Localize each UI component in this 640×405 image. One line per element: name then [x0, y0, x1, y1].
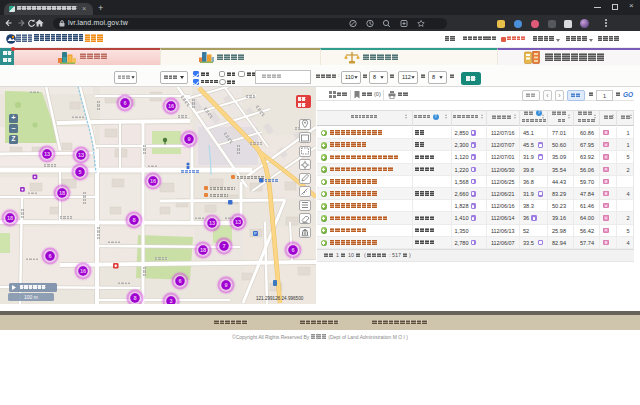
svg-text:6: 6	[178, 278, 181, 284]
svg-text:9: 9	[187, 136, 190, 142]
svg-text:18: 18	[59, 190, 65, 196]
svg-text:8: 8	[133, 295, 136, 301]
svg-text:16: 16	[168, 103, 174, 109]
svg-text:16: 16	[150, 178, 156, 184]
svg-text:8: 8	[132, 217, 135, 223]
svg-text:16: 16	[80, 268, 86, 274]
svg-text:6: 6	[48, 253, 51, 259]
svg-text:7: 7	[222, 243, 225, 249]
svg-text:13: 13	[44, 151, 50, 157]
svg-text:6: 6	[291, 247, 294, 253]
svg-text:13: 13	[235, 219, 241, 225]
svg-text:13: 13	[78, 152, 84, 158]
svg-text:18: 18	[200, 247, 206, 253]
svg-text:5: 5	[78, 169, 81, 175]
svg-text:6: 6	[123, 100, 126, 106]
svg-text:9: 9	[224, 282, 227, 288]
svg-text:18: 18	[7, 215, 13, 221]
svg-text:13: 13	[209, 220, 215, 226]
